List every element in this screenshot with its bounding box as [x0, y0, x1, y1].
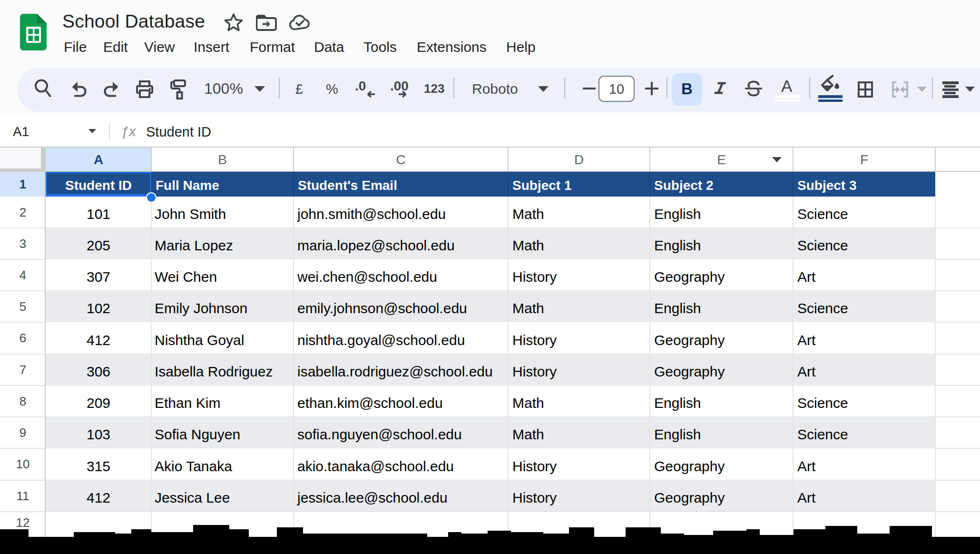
svg-text:.0: .0 — [355, 79, 366, 93]
svg-text:.00: .00 — [390, 79, 409, 93]
